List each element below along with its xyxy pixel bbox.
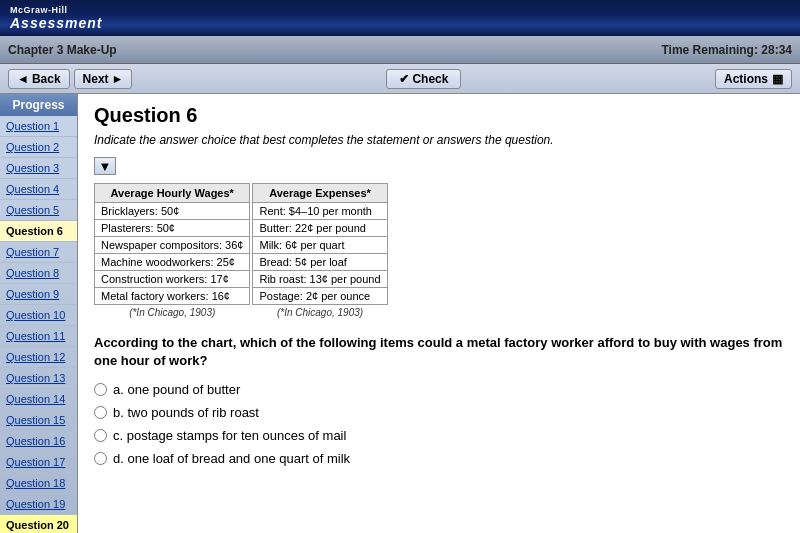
- question-instruction: Indicate the answer choice that best com…: [94, 133, 784, 147]
- sidebar-item-9[interactable]: Question 9: [0, 284, 77, 305]
- next-button[interactable]: Next ►: [74, 69, 133, 89]
- back-arrow-icon: ◄: [17, 72, 29, 86]
- time-remaining: Time Remaining: 28:34: [661, 43, 792, 57]
- radio-d[interactable]: [94, 452, 107, 465]
- expenses-footnote: (*In Chicago, 1903): [252, 307, 387, 318]
- sidebar: Progress Question 1Question 2Question 3Q…: [0, 94, 78, 533]
- sidebar-item-6[interactable]: Question 6: [0, 221, 77, 242]
- table-row: Construction workers: 17¢: [95, 271, 250, 288]
- answer-choice-d[interactable]: d. one loaf of bread and one quart of mi…: [94, 451, 784, 466]
- toolbar: Chapter 3 Make-Up Time Remaining: 28:34: [0, 36, 800, 64]
- logo-mh: McGraw-Hill: [10, 5, 68, 15]
- answer-choice-a[interactable]: a. one pound of butter: [94, 382, 784, 397]
- right-table-wrapper: Average Expenses* Rent: $4–10 per monthB…: [252, 183, 387, 318]
- table-row: Rent: $4–10 per month: [253, 203, 387, 220]
- left-table-wrapper: Average Hourly Wages* Bricklayers: 50¢Pl…: [94, 183, 250, 318]
- actions-menu-icon: ▦: [772, 72, 783, 86]
- question-title: Question 6: [94, 104, 784, 127]
- answer-choice-c[interactable]: c. postage stamps for ten ounces of mail: [94, 428, 784, 443]
- actions-button[interactable]: Actions ▦: [715, 69, 792, 89]
- choice-label-c: c. postage stamps for ten ounces of mail: [113, 428, 346, 443]
- sidebar-item-11[interactable]: Question 11: [0, 326, 77, 347]
- table-row: Milk: 6¢ per quart: [253, 237, 387, 254]
- sidebar-item-15[interactable]: Question 15: [0, 410, 77, 431]
- nav-left: ◄ Back Next ►: [8, 69, 132, 89]
- table-row: Butter: 22¢ per pound: [253, 220, 387, 237]
- sidebar-item-7[interactable]: Question 7: [0, 242, 77, 263]
- sidebar-header: Progress: [0, 94, 77, 116]
- radio-a[interactable]: [94, 383, 107, 396]
- table-row: Postage: 2¢ per ounce: [253, 288, 387, 305]
- wages-footnote: (*In Chicago, 1903): [94, 307, 250, 318]
- sidebar-item-14[interactable]: Question 14: [0, 389, 77, 410]
- dropdown-button[interactable]: ▼: [94, 157, 116, 175]
- sidebar-item-17[interactable]: Question 17: [0, 452, 77, 473]
- sidebar-item-13[interactable]: Question 13: [0, 368, 77, 389]
- table-row: Bricklayers: 50¢: [95, 203, 250, 220]
- choice-label-b: b. two pounds of rib roast: [113, 405, 259, 420]
- radio-b[interactable]: [94, 406, 107, 419]
- tables-container: Average Hourly Wages* Bricklayers: 50¢Pl…: [94, 183, 784, 318]
- top-banner: McGraw-Hill Assessment: [0, 0, 800, 36]
- sidebar-item-4[interactable]: Question 4: [0, 179, 77, 200]
- answer-choice-b[interactable]: b. two pounds of rib roast: [94, 405, 784, 420]
- sidebar-item-12[interactable]: Question 12: [0, 347, 77, 368]
- sidebar-item-20[interactable]: Question 20: [0, 515, 77, 533]
- table-row: Plasterers: 50¢: [95, 220, 250, 237]
- main-layout: Progress Question 1Question 2Question 3Q…: [0, 94, 800, 533]
- choice-label-a: a. one pound of butter: [113, 382, 240, 397]
- sidebar-item-1[interactable]: Question 1: [0, 116, 77, 137]
- sidebar-item-5[interactable]: Question 5: [0, 200, 77, 221]
- table-row: Metal factory workers: 16¢: [95, 288, 250, 305]
- choice-label-d: d. one loaf of bread and one quart of mi…: [113, 451, 350, 466]
- next-arrow-icon: ►: [112, 72, 124, 86]
- table-row: Bread: 5¢ per loaf: [253, 254, 387, 271]
- table-row: Machine woodworkers: 25¢: [95, 254, 250, 271]
- sidebar-items: Question 1Question 2Question 3Question 4…: [0, 116, 77, 533]
- back-button[interactable]: ◄ Back: [8, 69, 70, 89]
- check-button[interactable]: ✔ Check: [386, 69, 461, 89]
- sidebar-item-8[interactable]: Question 8: [0, 263, 77, 284]
- sidebar-item-18[interactable]: Question 18: [0, 473, 77, 494]
- sidebar-item-19[interactable]: Question 19: [0, 494, 77, 515]
- table-row: Rib roast: 13¢ per pound: [253, 271, 387, 288]
- wages-table: Average Hourly Wages* Bricklayers: 50¢Pl…: [94, 183, 250, 305]
- sidebar-item-2[interactable]: Question 2: [0, 137, 77, 158]
- question-text: According to the chart, which of the fol…: [94, 334, 784, 370]
- content-area: Question 6 Indicate the answer choice th…: [78, 94, 800, 533]
- table-row: Newspaper compositors: 36¢: [95, 237, 250, 254]
- expenses-table: Average Expenses* Rent: $4–10 per monthB…: [252, 183, 387, 305]
- sidebar-item-3[interactable]: Question 3: [0, 158, 77, 179]
- chapter-title: Chapter 3 Make-Up: [8, 43, 117, 57]
- wages-header: Average Hourly Wages*: [95, 184, 250, 203]
- answer-choices: a. one pound of butterb. two pounds of r…: [94, 382, 784, 466]
- radio-c[interactable]: [94, 429, 107, 442]
- sidebar-item-16[interactable]: Question 16: [0, 431, 77, 452]
- logo-assessment: Assessment: [10, 15, 103, 31]
- expenses-header: Average Expenses*: [253, 184, 387, 203]
- chevron-down-icon: ▼: [99, 159, 112, 174]
- logo-area: McGraw-Hill Assessment: [10, 5, 103, 31]
- nav-bar: ◄ Back Next ► ✔ Check Actions ▦: [0, 64, 800, 94]
- sidebar-item-10[interactable]: Question 10: [0, 305, 77, 326]
